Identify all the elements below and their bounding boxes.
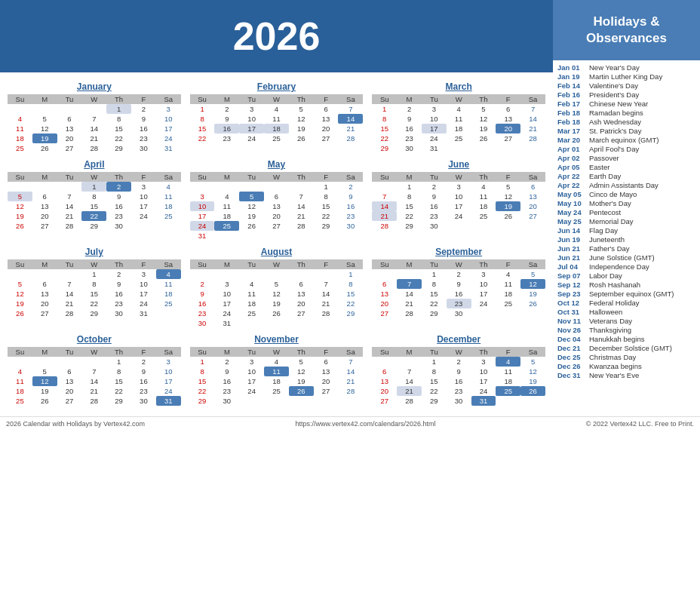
- calendar-day: 21: [81, 386, 106, 396]
- calendar-day: 30: [190, 318, 215, 328]
- calendar-day: 19: [289, 376, 314, 386]
- calendar-day: 15: [190, 124, 215, 133]
- calendar-day: 28: [81, 143, 106, 153]
- holidays-list: Jan 01New Year's DayJan 19Martin Luther …: [553, 60, 700, 383]
- calendar-day: 23: [447, 386, 471, 396]
- calendar-day: 20: [372, 299, 397, 308]
- holiday-date: Apr 02: [557, 154, 586, 162]
- calendar-day: 23: [214, 386, 239, 396]
- calendar-day: 1: [190, 357, 215, 367]
- calendar-day: 30: [131, 143, 156, 153]
- calendar-day: 19: [289, 124, 314, 133]
- calendar-day: 13: [372, 376, 397, 386]
- calendar-day: 17: [131, 201, 156, 211]
- calendar-day: 22: [397, 211, 422, 221]
- calendar-day: 24: [214, 308, 239, 318]
- holiday-entry: Jul 04Independence Day: [557, 262, 695, 271]
- calendar-day: 10: [471, 279, 496, 289]
- month-title: June: [372, 159, 545, 170]
- calendar-day: 22: [422, 299, 447, 308]
- calendar-day: 6: [520, 182, 545, 192]
- holiday-name: President's Day: [589, 90, 639, 99]
- holiday-entry: Sep 12Rosh Hashanah: [557, 281, 695, 289]
- calendar-day: 2: [214, 104, 239, 114]
- calendar-day: 29: [422, 396, 447, 406]
- calendar-day: 23: [131, 133, 156, 143]
- calendar-day: 15: [422, 289, 447, 299]
- month-title: February: [190, 81, 364, 92]
- calendar-day: 7: [520, 104, 545, 114]
- calendar-table: SuMTuWThFSa12345678910111213141516171819…: [8, 259, 181, 318]
- holiday-date: Jun 21: [557, 253, 586, 262]
- calendar-day: 29: [338, 308, 363, 318]
- calendar-day: 15: [81, 289, 106, 299]
- top-section: 2026 JanuarySuMTuWThFSa12345678910111213…: [0, 0, 700, 415]
- calendar-day: 14: [338, 114, 363, 124]
- calendar-day: 31: [214, 318, 239, 328]
- calendar-day: 8: [81, 192, 106, 201]
- calendar-day: 25: [496, 386, 520, 396]
- calendar-day: 24: [156, 133, 181, 143]
- month-title: November: [190, 334, 364, 345]
- holiday-date: Feb 16: [557, 90, 586, 99]
- holiday-date: Jul 04: [557, 262, 586, 271]
- holiday-name: Easter: [589, 163, 609, 171]
- calendar-day: 12: [264, 289, 289, 299]
- calendar-day: 17: [447, 201, 471, 211]
- calendar-day: 23: [131, 386, 156, 396]
- calendar-day: 24: [156, 386, 181, 396]
- calendar-day: 1: [106, 104, 131, 114]
- calendar-day: 15: [106, 124, 131, 133]
- calendar-day: 29: [106, 143, 131, 153]
- calendar-day: 16: [106, 201, 131, 211]
- calendar-day: 29: [81, 221, 106, 231]
- holiday-entry: Feb 17Chinese New Year: [557, 100, 695, 108]
- calendar-day: 6: [32, 279, 57, 289]
- calendar-day: 17: [156, 376, 181, 386]
- calendar-day: 30: [106, 308, 131, 318]
- calendar-day: 17: [190, 211, 215, 221]
- calendar-day: 31: [190, 231, 215, 241]
- calendar-day: 19: [520, 289, 545, 299]
- main-container: 2026 JanuarySuMTuWThFSa12345678910111213…: [0, 0, 700, 431]
- holiday-name: New Year's Eve: [589, 371, 639, 379]
- calendar-day: 25: [8, 396, 32, 406]
- calendar-day: 20: [57, 133, 82, 143]
- calendar-day: 3: [156, 357, 181, 367]
- calendar-day: 30: [338, 221, 363, 231]
- calendar-day: 4: [8, 114, 32, 124]
- calendar-day: 7: [372, 192, 397, 201]
- calendar-day: 16: [131, 376, 156, 386]
- calendar-day: 5: [239, 192, 264, 201]
- calendar-day: 11: [239, 289, 264, 299]
- holiday-name: Chinese New Year: [589, 100, 648, 108]
- calendar-day: 7: [57, 279, 82, 289]
- calendar-day: 14: [338, 367, 363, 376]
- calendar-day: 7: [57, 192, 82, 201]
- holiday-entry: Apr 01April Fool's Day: [557, 145, 695, 153]
- calendar-day: 14: [57, 289, 82, 299]
- holiday-entry: Feb 18Ramadan begins: [557, 109, 695, 117]
- calendar-table: SuMTuWThFSa12345678910111213141516171819…: [372, 347, 545, 406]
- calendar-day: 4: [214, 192, 239, 201]
- calendar-day: 6: [289, 279, 314, 289]
- calendar-day: 16: [422, 201, 447, 211]
- calendar-day: 28: [372, 221, 397, 231]
- holiday-date: Nov 26: [557, 326, 586, 334]
- calendar-section: 2026 JanuarySuMTuWThFSa12345678910111213…: [0, 0, 553, 415]
- calendar-day: 2: [190, 279, 215, 289]
- calendar-table: SuMTuWThFSa12345678910111213141516171819…: [190, 172, 364, 241]
- calendar-day: 2: [447, 357, 471, 367]
- calendar-day: 23: [447, 299, 471, 308]
- calendar-day: 1: [422, 357, 447, 367]
- holiday-date: Oct 12: [557, 299, 586, 307]
- calendar-day: 2: [106, 269, 131, 279]
- calendar-day: 14: [81, 376, 106, 386]
- calendar-day: 7: [338, 104, 363, 114]
- calendar-day: 27: [289, 308, 314, 318]
- holiday-name: March equinox (GMT): [589, 136, 659, 144]
- calendar-day: 17: [131, 289, 156, 299]
- holiday-entry: Feb 18Ash Wednesday: [557, 118, 695, 126]
- calendar-day: 2: [214, 357, 239, 367]
- calendar-day: 13: [57, 376, 82, 386]
